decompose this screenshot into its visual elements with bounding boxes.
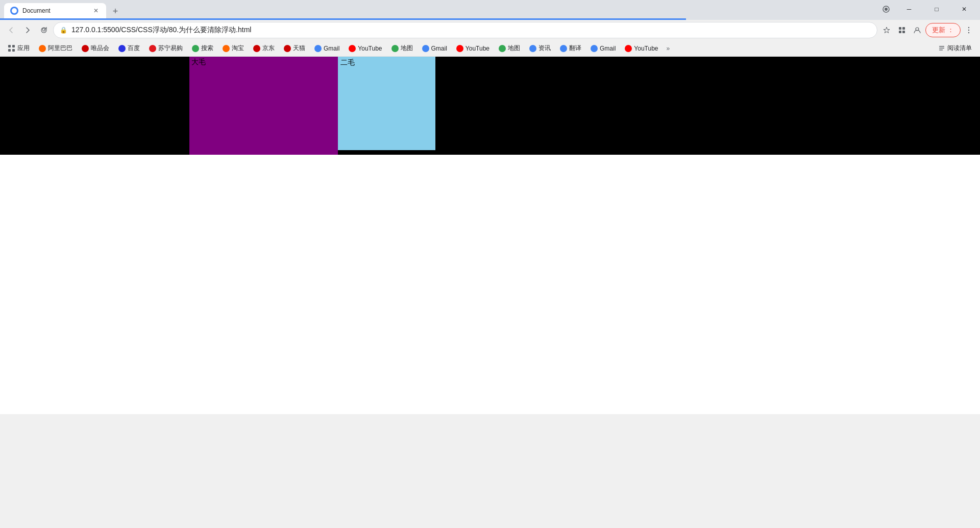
new-tab-button[interactable]: + (108, 4, 122, 18)
svg-rect-14 (12, 49, 15, 52)
refresh-button[interactable] (37, 23, 51, 37)
svg-rect-11 (8, 45, 11, 47)
bookmark-gmail-2-icon (422, 45, 429, 52)
browser-window: Document ✕ + ─ □ ✕ (0, 0, 980, 414)
bookmark-suning-label: 苏宁易购 (158, 44, 183, 53)
bookmark-taobao-label: 淘宝 (232, 44, 244, 53)
bookmarks-bar: 应用 阿里巴巴 唯品会 百度 苏宁易购 搜索 淘宝 京东 (0, 40, 980, 57)
bookmark-news-label: 资讯 (538, 44, 551, 53)
menu-button[interactable] (962, 23, 976, 37)
bookmark-map-1-icon (391, 45, 399, 52)
bookmark-search-label: 搜索 (201, 44, 213, 53)
svg-point-8 (968, 27, 969, 28)
address-input[interactable]: 🔒 127.0.0.1:5500/CSS/CSS浮动/80.为什么要清除浮动.h… (53, 22, 877, 38)
bookmark-tianmao-icon (284, 45, 291, 52)
window-controls: ─ □ ✕ (879, 2, 976, 17)
bookmark-youtube-3[interactable]: YouTube (621, 42, 662, 55)
maximize-button[interactable]: □ (925, 2, 948, 17)
svg-rect-16 (939, 47, 944, 49)
bookmark-youtube-1-label: YouTube (358, 45, 382, 52)
bookmark-search[interactable]: 搜索 (188, 42, 217, 55)
bookmark-gmail-1-icon (314, 45, 322, 52)
tab-favicon (10, 7, 18, 15)
close-button[interactable]: ✕ (952, 2, 976, 17)
bookmark-tianmao-label: 天猫 (293, 44, 305, 53)
bookmark-youtube-3-icon (625, 45, 632, 52)
svg-point-2 (885, 8, 888, 11)
bookmark-tianmao[interactable]: 天猫 (280, 42, 309, 55)
bookmark-gmail-3[interactable]: Gmail (586, 42, 620, 55)
bookmark-vip-label: 唯品会 (91, 44, 109, 53)
bookmark-star-button[interactable] (879, 23, 894, 37)
address-bar-row: 🔒 127.0.0.1:5500/CSS/CSS浮动/80.为什么要清除浮动.h… (0, 20, 980, 40)
url-text: 127.0.0.1:5500/CSS/CSS浮动/80.为什么要清除浮动.htm… (71, 26, 871, 35)
bookmark-gmail-2[interactable]: Gmail (418, 42, 451, 55)
bookmark-translate-label: 翻译 (569, 44, 581, 53)
apps-icon (8, 45, 15, 52)
profile-button[interactable] (910, 23, 924, 37)
reading-list-label: 阅读清单 (947, 44, 972, 53)
update-button[interactable]: 更新 ： (925, 23, 961, 37)
bookmark-vip-icon (82, 45, 89, 52)
svg-rect-5 (899, 31, 901, 33)
bookmark-news[interactable]: 资讯 (525, 42, 555, 55)
title-bar: Document ✕ + ─ □ ✕ (0, 0, 980, 18)
float-box-da: 大毛 (189, 57, 338, 155)
bookmarks-more-button[interactable]: » (664, 42, 673, 55)
record-button[interactable] (879, 2, 893, 16)
svg-rect-6 (902, 31, 905, 33)
bookmark-jd[interactable]: 京东 (249, 42, 279, 55)
bookmark-youtube-2[interactable]: YouTube (452, 42, 494, 55)
lock-icon: 🔒 (60, 27, 67, 34)
tab-close-button[interactable]: ✕ (92, 7, 100, 15)
svg-rect-13 (8, 49, 11, 52)
bookmark-search-icon (192, 45, 199, 52)
svg-rect-12 (12, 45, 15, 47)
bookmark-gmail-3-label: Gmail (600, 45, 616, 52)
minimize-button[interactable]: ─ (897, 2, 921, 17)
bookmark-youtube-1[interactable]: YouTube (345, 42, 386, 55)
box-er-label: 二毛 (340, 58, 355, 67)
tab-title: Document (22, 7, 88, 14)
bookmark-suning[interactable]: 苏宁易购 (145, 42, 187, 55)
back-button[interactable] (4, 23, 18, 37)
bookmark-vip[interactable]: 唯品会 (78, 42, 113, 55)
svg-point-9 (968, 30, 969, 31)
svg-point-0 (12, 8, 17, 13)
bookmark-apps-label: 应用 (17, 44, 30, 53)
bookmark-baidu[interactable]: 百度 (114, 42, 144, 55)
bookmark-gmail-3-icon (591, 45, 598, 52)
extensions-button[interactable] (895, 23, 909, 37)
bookmark-jd-label: 京东 (262, 44, 275, 53)
bookmark-alibaba[interactable]: 阿里巴巴 (35, 42, 77, 55)
bookmark-apps[interactable]: 应用 (4, 42, 34, 55)
tab-strip: Document ✕ + (4, 0, 879, 18)
bookmark-news-icon (529, 45, 536, 52)
svg-rect-15 (939, 46, 944, 47)
bookmark-gmail-1[interactable]: Gmail (310, 42, 344, 55)
bookmark-youtube-2-icon (456, 45, 463, 52)
bookmark-gmail-2-label: Gmail (431, 45, 447, 52)
bookmark-baidu-label: 百度 (128, 44, 140, 53)
bookmark-taobao-icon (223, 45, 230, 52)
svg-rect-4 (902, 27, 905, 30)
bookmark-map-1-label: 地图 (401, 44, 413, 53)
bookmark-translate[interactable]: 翻译 (556, 42, 585, 55)
bookmark-jd-icon (253, 45, 260, 52)
bookmark-gmail-1-label: Gmail (324, 45, 339, 52)
active-tab[interactable]: Document ✕ (4, 3, 106, 18)
reading-list-button[interactable]: 阅读清单 (934, 42, 976, 55)
bookmark-baidu-icon (118, 45, 126, 52)
toolbar-icons: 更新 ： (879, 23, 976, 37)
bookmark-map-1[interactable]: 地图 (387, 42, 417, 55)
svg-rect-3 (899, 27, 901, 30)
bookmark-map-2-label: 地图 (508, 44, 520, 53)
bookmark-map-2[interactable]: 地图 (495, 42, 524, 55)
bookmark-taobao[interactable]: 淘宝 (218, 42, 248, 55)
forward-button[interactable] (20, 23, 35, 37)
float-box-er: 二毛 (338, 57, 435, 150)
box-da-label: 大毛 (191, 58, 206, 67)
bookmark-translate-icon (560, 45, 567, 52)
bookmark-map-2-icon (499, 45, 506, 52)
bookmark-alibaba-icon (39, 45, 46, 52)
